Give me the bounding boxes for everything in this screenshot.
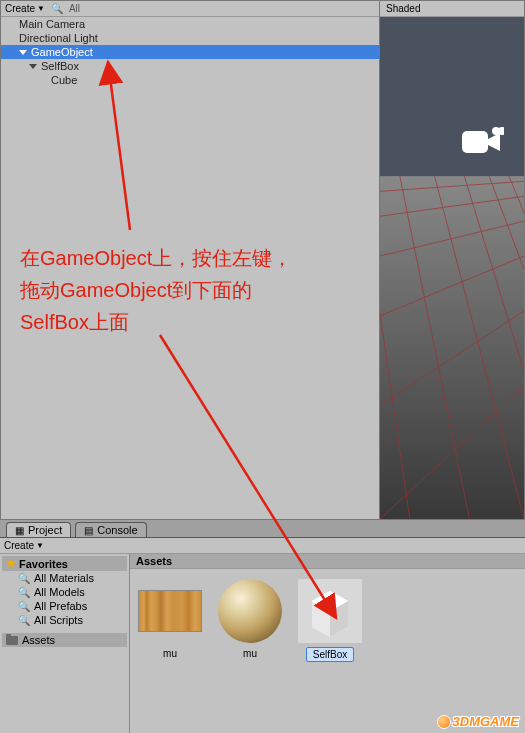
- hierarchy-toolbar: Create ▼ 🔍 All: [1, 1, 379, 17]
- project-tab-icon: ▦: [15, 525, 24, 536]
- project-body: ★ Favorites 🔍All Materials 🔍All Models 🔍…: [0, 554, 525, 733]
- search-icon[interactable]: 🔍: [51, 3, 63, 14]
- favorites-label: Favorites: [19, 558, 68, 570]
- asset-item-mu-material[interactable]: mu: [218, 579, 282, 660]
- asset-label: SelfBox: [306, 647, 354, 662]
- search-icon: 🔍: [18, 615, 30, 626]
- foldout-icon[interactable]: [19, 50, 27, 55]
- search-icon: 🔍: [18, 587, 30, 598]
- favorite-all-models[interactable]: 🔍All Models: [2, 585, 127, 599]
- create-label: Create: [4, 540, 34, 551]
- fav-label: All Materials: [34, 572, 94, 584]
- console-tab-icon: ▤: [84, 525, 93, 536]
- scene-panel[interactable]: Shaded: [380, 0, 525, 520]
- search-icon: 🔍: [18, 573, 30, 584]
- search-scope[interactable]: All: [69, 3, 80, 14]
- asset-thumbnail: [138, 590, 202, 632]
- assets-panel: Assets mu mu: [130, 554, 525, 733]
- watermark-text: 3DMGAME: [453, 714, 519, 729]
- project-toolbar: Create ▼: [0, 538, 525, 554]
- hierarchy-item-label: SelfBox: [41, 60, 79, 72]
- hierarchy-panel: Create ▼ 🔍 All Main Camera Directional L…: [0, 0, 380, 520]
- star-icon: ★: [6, 557, 16, 570]
- tab-label: Console: [97, 524, 137, 536]
- tab-project[interactable]: ▦ Project: [6, 522, 71, 537]
- assets-folder[interactable]: Assets: [2, 633, 127, 647]
- svg-rect-14: [462, 131, 488, 153]
- hierarchy-item-gameobject[interactable]: GameObject: [1, 45, 379, 59]
- scene-shading-mode[interactable]: Shaded: [386, 3, 420, 14]
- bottom-tab-bar: ▦ Project ▤ Console: [0, 520, 525, 538]
- hierarchy-item-main-camera[interactable]: Main Camera: [1, 17, 379, 31]
- hierarchy-item-label: GameObject: [31, 46, 93, 58]
- fav-label: All Prefabs: [34, 600, 87, 612]
- hierarchy-item-cube[interactable]: Cube: [1, 73, 379, 87]
- tab-console[interactable]: ▤ Console: [75, 522, 146, 537]
- asset-label: mu: [157, 647, 183, 660]
- folder-label: Assets: [22, 634, 55, 646]
- project-create-button[interactable]: Create ▼: [4, 540, 44, 551]
- scene-viewport[interactable]: [380, 17, 524, 519]
- assets-grid[interactable]: mu mu Self: [130, 569, 525, 733]
- fav-label: All Models: [34, 586, 85, 598]
- tab-label: Project: [28, 524, 62, 536]
- asset-item-mu-texture[interactable]: mu: [138, 579, 202, 660]
- project-sidebar: ★ Favorites 🔍All Materials 🔍All Models 🔍…: [0, 554, 130, 733]
- scene-header: Shaded: [380, 1, 524, 17]
- favorites-header[interactable]: ★ Favorites: [2, 556, 127, 571]
- create-label: Create: [5, 3, 35, 14]
- asset-label: mu: [237, 647, 263, 660]
- hierarchy-list: Main Camera Directional Light GameObject…: [1, 17, 379, 519]
- dropdown-arrow-icon: ▼: [36, 541, 44, 550]
- svg-rect-1: [380, 176, 524, 519]
- asset-thumbnail: [218, 579, 282, 643]
- dropdown-arrow-icon: ▼: [37, 4, 45, 13]
- create-button[interactable]: Create ▼: [5, 3, 45, 14]
- search-icon: 🔍: [18, 601, 30, 612]
- camera-gizmo-icon: [460, 127, 504, 157]
- assets-breadcrumb[interactable]: Assets: [130, 554, 525, 569]
- favorite-all-prefabs[interactable]: 🔍All Prefabs: [2, 599, 127, 613]
- fav-label: All Scripts: [34, 614, 83, 626]
- favorite-all-materials[interactable]: 🔍All Materials: [2, 571, 127, 585]
- watermark: 3DMGAME: [437, 714, 519, 729]
- hierarchy-item-directional-light[interactable]: Directional Light: [1, 31, 379, 45]
- asset-thumbnail: [298, 579, 362, 643]
- foldout-icon[interactable]: [29, 64, 37, 69]
- folder-icon: [6, 636, 18, 645]
- watermark-logo-icon: [437, 715, 451, 729]
- favorite-all-scripts[interactable]: 🔍All Scripts: [2, 613, 127, 627]
- hierarchy-item-selfbox[interactable]: SelfBox: [1, 59, 379, 73]
- asset-item-selfbox[interactable]: SelfBox: [298, 579, 362, 662]
